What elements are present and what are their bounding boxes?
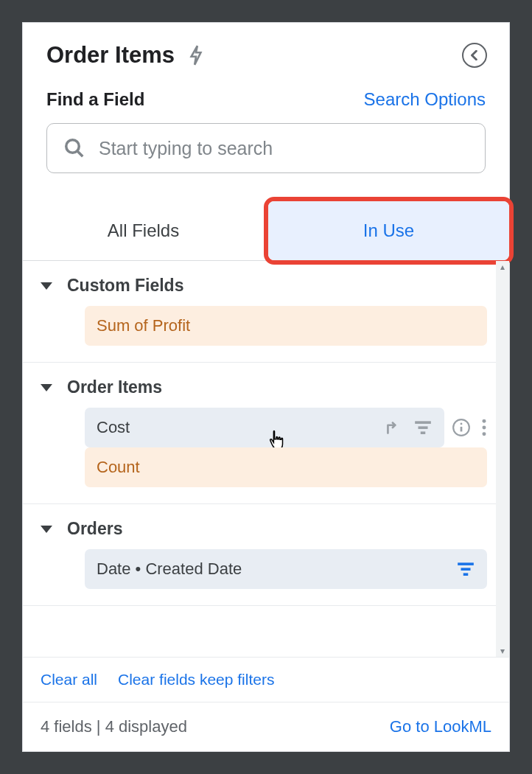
field-sum-of-profit[interactable]: Sum of Profit [85,306,487,346]
go-to-lookml-link[interactable]: Go to LookML [390,717,491,736]
svg-point-7 [461,423,463,425]
chevron-down-icon [41,282,52,290]
scroll-up-arrow[interactable]: ▴ [496,261,509,273]
tab-in-use-highlight: In Use [264,197,514,265]
pivot-icon[interactable] [384,418,403,437]
svg-line-1 [77,151,83,157]
info-icon[interactable] [452,418,471,437]
section-title: Custom Fields [67,276,183,296]
svg-point-0 [66,140,80,153]
tab-in-use[interactable]: In Use [268,201,509,260]
find-field-label: Find a Field [46,89,144,110]
svg-rect-12 [461,568,471,571]
filter-icon[interactable] [413,420,433,435]
tab-all-fields[interactable]: All Fields [23,201,264,260]
scrollbar[interactable]: ▴ ▾ [496,261,509,657]
svg-point-9 [483,426,486,430]
field-count[interactable]: Count [85,447,487,487]
search-input[interactable] [99,138,469,159]
filter-active-icon[interactable] [456,562,475,576]
svg-rect-2 [415,421,431,424]
svg-rect-4 [421,431,426,434]
chevron-down-icon [41,384,52,391]
field-label: Cost [97,418,130,437]
section-header[interactable]: Orders [41,519,487,539]
section-order-items: Order Items Cost [23,363,509,504]
search-options-link[interactable]: Search Options [364,89,486,110]
tabs: All Fields In Use [23,201,509,261]
svg-rect-3 [419,426,428,429]
clear-all-link[interactable]: Clear all [41,671,97,688]
field-cost[interactable]: Cost [85,408,444,447]
svg-rect-11 [458,562,474,565]
collapse-button[interactable] [462,43,487,68]
clear-keep-filters-link[interactable]: Clear fields keep filters [118,671,274,688]
panel-header: Order Items [23,23,509,74]
section-title: Order Items [67,377,162,397]
chevron-down-icon [41,526,52,533]
section-custom-fields: Custom Fields Sum of Profit [23,261,509,363]
panel-title: Order Items [46,42,175,69]
section-header[interactable]: Custom Fields [41,276,487,296]
section-title: Orders [67,519,122,539]
more-icon[interactable] [481,418,487,437]
field-count-status: 4 fields | 4 displayed [41,717,187,736]
search-section: Find a Field Search Options [23,74,509,173]
field-label: Date • Created Date [97,559,242,579]
field-created-date[interactable]: Date • Created Date [85,549,487,589]
field-label: Count [97,458,140,477]
field-label: Sum of Profit [97,316,190,335]
svg-point-10 [483,432,486,436]
search-icon [63,137,85,159]
field-picker-panel: Order Items Find a Field Search Options [22,22,510,752]
svg-rect-13 [463,573,469,576]
lightning-icon [188,44,204,66]
svg-point-8 [483,419,486,423]
footer-links: Clear all Clear fields keep filters [23,657,509,702]
scroll-down-arrow[interactable]: ▾ [496,645,509,657]
section-header[interactable]: Order Items [41,377,487,397]
footer-status: 4 fields | 4 displayed Go to LookML [23,702,509,751]
field-scroll-area: Custom Fields Sum of Profit Order Items … [23,261,509,657]
section-orders: Orders Date • Created Date [23,504,509,606]
search-box[interactable] [46,123,486,173]
